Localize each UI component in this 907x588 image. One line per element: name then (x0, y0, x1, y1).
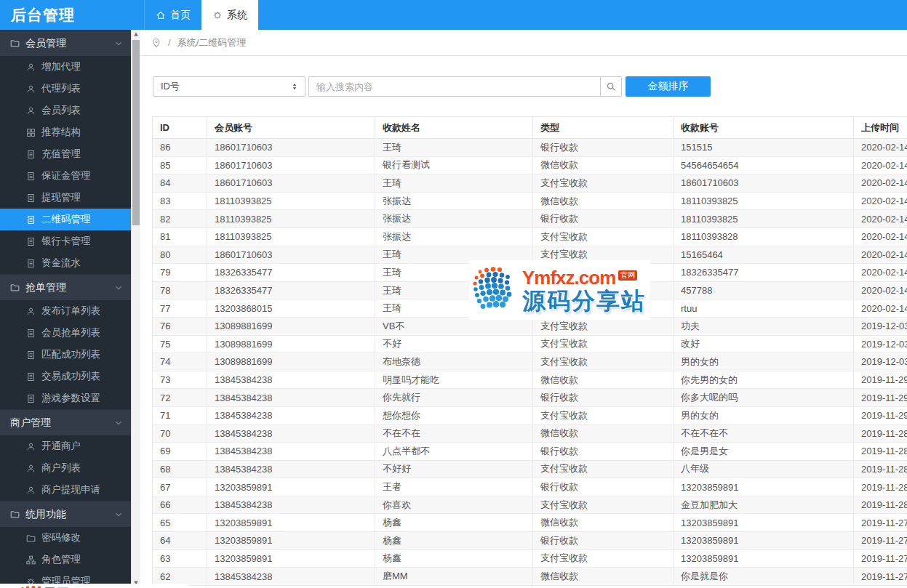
cell-0: 73 (153, 371, 207, 389)
search-input[interactable] (308, 76, 600, 97)
sidebar-item-label: 增加代理 (41, 60, 81, 73)
sidebar-item-label: 保证金管理 (41, 169, 91, 182)
sidebar-item-2-0[interactable]: 开通商户 (0, 435, 131, 457)
cell-2: 杨鑫 (375, 532, 533, 550)
sidebar-item-2-2[interactable]: 商户提现申请 (0, 479, 131, 501)
tab-system[interactable]: 系统 (201, 0, 258, 30)
sidebar-item-1-4[interactable]: 游戏参数设置 (0, 387, 131, 409)
sidebar-item-0-7[interactable]: 二维码管理 (0, 209, 131, 230)
cell-5: 2020-02-14 20 (854, 156, 907, 174)
bottom-watermark-fragment (0, 584, 189, 588)
cell-0: 68 (153, 460, 207, 478)
cell-2: 王者 (375, 478, 533, 496)
cell-3: 微信收款 (533, 424, 674, 443)
cell-0: 76 (153, 317, 207, 335)
sidebar-item-2-1[interactable]: 商户列表 (0, 457, 131, 479)
cell-4: 18326335477 (674, 264, 854, 282)
cell-4: 13203859891 (674, 532, 854, 550)
sidebar-item-0-6[interactable]: 提现管理 (0, 187, 131, 209)
search-button[interactable] (600, 76, 622, 97)
location-pin-icon (151, 38, 161, 48)
cell-4: 你先男的女的 (674, 371, 854, 389)
cell-4: 151515 (674, 139, 854, 157)
cell-4: 18110393828 (674, 227, 854, 246)
sidebar-item-1-2[interactable]: 匹配成功列表 (0, 344, 131, 366)
cell-1: 13845384238 (207, 496, 375, 514)
sidebar-item-3-1[interactable]: 角色管理 (0, 549, 131, 571)
cell-1: 13203859891 (207, 478, 375, 496)
sidebar-item-1-1[interactable]: 会员抢单列表 (0, 322, 131, 344)
tab-home[interactable]: 首页 (144, 0, 201, 30)
table-row: 6913845384238八点半都不银行收款你是男是女2019-11-28 14 (153, 443, 907, 461)
table-row: 6813845384238不好好支付宝收款八年级2019-11-28 14 (153, 460, 907, 478)
cell-1: 13845384238 (207, 389, 375, 407)
sidebar-item-0-9[interactable]: 资金流水 (0, 252, 131, 274)
cell-5: 2020-02-14 12 (854, 281, 907, 299)
cell-3: 微信收款 (533, 568, 674, 586)
top-header: 后台管理 首页 系统 (0, 0, 907, 30)
folder-icon (10, 283, 20, 292)
search-filter-select[interactable]: ID号 (153, 76, 305, 97)
cell-4: 你是男是女 (674, 443, 854, 461)
table-row: 8318110393825张振达微信收款181103938252020-02-1… (153, 192, 907, 210)
doc-icon (26, 150, 36, 159)
cell-3: 支付宝收款 (533, 335, 674, 353)
cell-5: 2019-12-03 17 (854, 317, 907, 335)
amount-sort-button[interactable]: 金额排序 (626, 76, 711, 97)
sidebar-scrollbar[interactable]: ▲ ▼ (131, 30, 140, 588)
sidebar-item-3-0[interactable]: 密码修改 (0, 527, 131, 549)
sidebar-item-0-5[interactable]: 保证金管理 (0, 165, 131, 187)
table-row: 7113845384238想你想你支付宝收款男的女的2019-11-29 18 (153, 406, 907, 424)
sidebar-item-0-3[interactable]: 推荐结构 (0, 121, 131, 143)
cell-2: 八点半都不 (375, 443, 533, 461)
cell-0: 79 (153, 264, 207, 282)
sidebar-item-0-2[interactable]: 会员列表 (0, 100, 131, 121)
cell-0: 83 (153, 192, 207, 210)
cell-2: 磨MM (375, 568, 533, 586)
cell-3: 银行收款 (533, 389, 674, 407)
cell-3: 微信收款 (533, 192, 674, 210)
sidebar-section-2[interactable]: 商户管理 (0, 409, 131, 435)
qrcode-table: ID会员账号收款姓名类型收款账号上传时间 8618601710603王琦银行收款… (152, 116, 907, 586)
cell-4: 18601710603 (674, 174, 854, 193)
cell-2: 不在不在 (375, 424, 533, 443)
cell-2: 张振达 (375, 210, 533, 228)
cell-4: 不在不在不 (674, 424, 854, 443)
sidebar-item-0-4[interactable]: 充值管理 (0, 143, 131, 165)
sidebar-item-0-0[interactable]: 增加代理 (0, 56, 131, 78)
cell-0: 71 (153, 406, 207, 424)
cell-0: 84 (153, 174, 207, 193)
table-row: 7413089881699布地奈德支付宝收款男的女的2019-12-03 17 (153, 353, 907, 371)
cell-4: 改好 (674, 335, 854, 353)
sidebar-item-0-8[interactable]: 银行卡管理 (0, 230, 131, 252)
scrollbar-up-arrow[interactable]: ▲ (132, 30, 140, 39)
cell-1: 13089881699 (207, 317, 375, 335)
cell-4: 男的女的 (674, 406, 854, 424)
cell-1: 13845384238 (207, 443, 375, 461)
cell-0: 80 (153, 246, 207, 264)
sidebar-section-1[interactable]: 抢单管理 (0, 274, 131, 300)
gear-icon (212, 10, 223, 20)
sidebar-item-0-1[interactable]: 代理列表 (0, 78, 131, 100)
sidebar-section-0[interactable]: 会员管理 (0, 30, 131, 56)
person-icon (26, 106, 36, 116)
cell-4: rtuu (674, 299, 854, 318)
cell-3: 支付宝收款 (533, 460, 674, 478)
sidebar-item-label: 匹配成功列表 (41, 348, 100, 361)
folder-icon (26, 533, 36, 543)
updown-arrows-icon (290, 82, 299, 91)
sidebar-item-1-3[interactable]: 交易成功列表 (0, 366, 131, 387)
watermark-overlay: Ymfxz.com 官网 源码分享站 (469, 260, 650, 320)
cell-4: 金豆加肥加大 (674, 496, 854, 514)
chevron-down-icon (113, 39, 124, 49)
scrollbar-thumb[interactable] (132, 40, 140, 225)
person-icon (26, 84, 36, 94)
sidebar-section-3[interactable]: 统用功能 (0, 501, 131, 527)
cell-2: 不好好 (375, 460, 533, 478)
column-header-4: 收款账号 (674, 117, 854, 139)
home-icon (156, 10, 166, 20)
cell-0: 86 (153, 139, 207, 157)
cell-5: 2019-11-28 14 (854, 460, 907, 478)
sidebar-item-label: 交易成功列表 (41, 370, 100, 383)
sidebar-item-1-0[interactable]: 发布订单列表 (0, 300, 131, 322)
